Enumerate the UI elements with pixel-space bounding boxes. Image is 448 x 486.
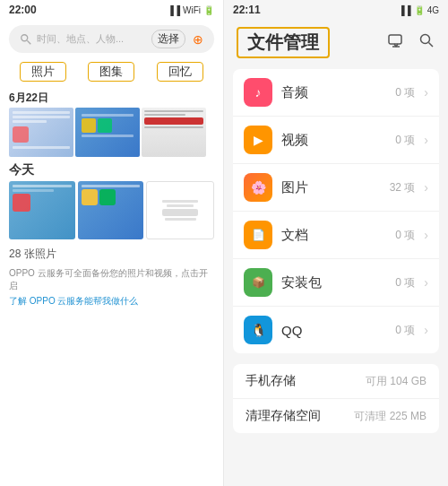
signal-icon: ▐▐: [168, 5, 180, 15]
category-memories[interactable]: 回忆: [157, 62, 203, 82]
phone-storage-value: 可用 104 GB: [366, 374, 426, 389]
audio-label: 音频: [281, 84, 386, 101]
status-bar-left: 22:00 ▐▐ WiFi 🔋: [0, 0, 223, 20]
doc-label: 文档: [281, 227, 386, 244]
right-header: 文件管理: [224, 20, 448, 65]
apk-arrow: ›: [424, 275, 428, 290]
video-label: 视频: [281, 132, 386, 149]
search-placeholder: 时间、地点、人物...: [37, 32, 124, 46]
search-actions: 选择 ⊕: [151, 30, 203, 48]
screen-cast-icon[interactable]: [387, 31, 405, 54]
search-icon: [20, 33, 32, 46]
battery-icon-right: 🔋: [414, 5, 425, 15]
svg-line-1: [27, 40, 30, 44]
signal-icon-right: ▐▐: [398, 5, 410, 15]
today-label: 今天: [0, 157, 223, 181]
date-label: 6月22日: [0, 87, 223, 108]
time-right: 22:11: [233, 4, 261, 16]
status-icons-right: ▐▐ 🔋 4G: [398, 5, 439, 15]
photo-thumb-2[interactable]: [75, 108, 140, 157]
image-icon: 🌸: [244, 173, 272, 202]
photos-grid-date: [0, 108, 223, 157]
svg-rect-2: [389, 35, 401, 44]
photo-thumb-3[interactable]: [142, 108, 206, 157]
battery-level: 4G: [427, 5, 439, 15]
doc-arrow: ›: [424, 228, 428, 242]
status-bar-right: 22:11 ▐▐ 🔋 4G: [224, 0, 448, 20]
clean-storage-value: 可清理 225 MB: [354, 409, 426, 424]
category-row: 照片 图集 回忆: [0, 58, 223, 85]
video-count: 0 项: [395, 133, 415, 148]
audio-arrow: ›: [424, 85, 428, 100]
category-albums-label: 图集: [88, 62, 134, 82]
status-icons-left: ▐▐ WiFi 🔋: [168, 5, 214, 15]
image-arrow: ›: [424, 180, 428, 195]
file-item-qq[interactable]: 🐧 QQ 0 项 ›: [233, 307, 439, 353]
category-photos[interactable]: 照片: [20, 62, 66, 82]
file-item-image[interactable]: 🌸 图片 32 项 ›: [233, 164, 439, 212]
search-bar[interactable]: 时间、地点、人物... 选择 ⊕: [9, 25, 214, 53]
today-row: [0, 181, 223, 239]
qq-icon: 🐧: [244, 316, 272, 344]
today-photo-1[interactable]: [9, 181, 75, 239]
search-bar-inner: 时间、地点、人物...: [20, 32, 151, 46]
qq-arrow: ›: [424, 323, 428, 337]
qq-count: 0 项: [395, 323, 415, 338]
doc-icon: 📄: [244, 221, 272, 249]
right-panel: 22:11 ▐▐ 🔋 4G 文件管理: [224, 0, 448, 486]
photo-thumb-1[interactable]: [9, 108, 73, 157]
category-albums[interactable]: 图集: [88, 62, 134, 82]
backup-desc: OPPO 云服务可全面备份您的照片和视频，点击开启: [0, 265, 223, 294]
file-manager-title: 文件管理: [237, 27, 330, 58]
image-count: 32 项: [390, 180, 416, 195]
category-photos-label: 照片: [20, 62, 66, 82]
video-arrow: ›: [424, 133, 428, 147]
video-icon: ▶: [244, 126, 272, 154]
qq-label: QQ: [281, 323, 386, 338]
left-panel: 22:00 ▐▐ WiFi 🔋 时间、地点、人物... 选择 ⊕ 照片 图集: [0, 0, 224, 486]
clean-storage-item[interactable]: 清理存储空间 可清理 225 MB: [233, 399, 439, 433]
today-photo-3[interactable]: [146, 181, 214, 239]
file-item-apk[interactable]: 📦 安装包 0 项 ›: [233, 259, 439, 307]
storage-section: 手机存储 可用 104 GB 清理存储空间 可清理 225 MB: [233, 364, 439, 433]
file-item-audio[interactable]: ♪ 音频 0 项 ›: [233, 69, 439, 117]
header-icons: [387, 31, 435, 54]
doc-count: 0 项: [395, 228, 415, 243]
file-item-doc[interactable]: 📄 文档 0 项 ›: [233, 212, 439, 259]
phone-storage-label: 手机存储: [246, 373, 296, 389]
backup-link[interactable]: 了解 OPPO 云服务能帮我做什么: [0, 294, 223, 308]
svg-point-3: [421, 35, 430, 44]
apk-icon: 📦: [244, 268, 272, 297]
svg-point-0: [22, 34, 28, 40]
audio-count: 0 项: [395, 85, 415, 100]
select-button[interactable]: 选择: [151, 30, 185, 48]
time-left: 22:00: [9, 4, 37, 16]
svg-line-4: [429, 43, 434, 48]
file-item-video[interactable]: ▶ 视频 0 项 ›: [233, 117, 439, 164]
audio-icon: ♪: [244, 78, 272, 107]
category-memories-label: 回忆: [157, 62, 203, 82]
file-list: ♪ 音频 0 项 › ▶ 视频 0 项 › 🌸 图片 32 项 ›: [233, 69, 439, 353]
image-label: 图片: [281, 179, 381, 196]
search-icon-right[interactable]: [418, 31, 435, 54]
clean-storage-label: 清理存储空间: [246, 408, 321, 424]
apk-count: 0 项: [395, 275, 415, 291]
photo-count: 28 张照片: [0, 239, 223, 265]
battery-icon: 🔋: [203, 5, 214, 15]
apk-label: 安装包: [281, 274, 386, 291]
today-photo-2[interactable]: [78, 181, 144, 239]
phone-storage-item[interactable]: 手机存储 可用 104 GB: [233, 364, 439, 399]
settings-icon[interactable]: ⊕: [193, 32, 203, 47]
wifi-icon: WiFi: [183, 5, 201, 15]
